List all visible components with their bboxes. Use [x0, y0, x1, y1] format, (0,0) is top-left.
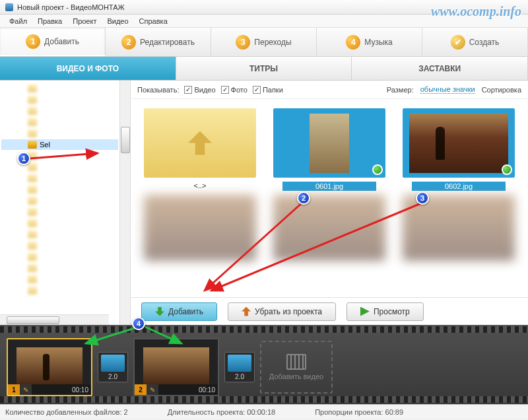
folder-tree: Sel — [0, 81, 131, 325]
statusbar: Количество добавленных файлов: 2 Длитель… — [0, 404, 528, 419]
size-link[interactable]: обычные значки — [420, 85, 475, 94]
up-arrow-icon — [188, 131, 212, 155]
folder-icon — [28, 141, 37, 149]
subtab-intros[interactable]: ЗАСТАВКИ — [352, 57, 528, 81]
sort-link[interactable]: Сортировка — [482, 86, 521, 94]
timeline[interactable]: 1 ✎ 00:10 2.0 2 ✎ 00:10 2.0 Добавить вид… — [0, 325, 528, 404]
window-title: Новый проект - ВидеоМОНТАЖ — [17, 3, 125, 11]
step-num-2: 2 — [121, 35, 136, 50]
check-icon — [502, 164, 512, 175]
app-icon — [5, 3, 13, 11]
timeline-clip-1[interactable]: 1 ✎ 00:10 — [7, 338, 92, 396]
show-label: Показывать: — [137, 86, 179, 94]
menu-file[interactable]: Файл — [4, 16, 32, 26]
menu-edit[interactable]: Правка — [32, 16, 67, 26]
chk-video[interactable]: ✓Видео — [184, 86, 215, 94]
add-button[interactable]: Добавить — [141, 302, 217, 321]
menu-video[interactable]: Видео — [102, 16, 133, 26]
check-icon — [372, 164, 383, 175]
play-icon — [360, 307, 370, 316]
status-duration: Длительность проекта: 00:00:18 — [168, 408, 276, 416]
timeline-clip-2[interactable]: 2 ✎ 00:10 — [133, 338, 219, 396]
film-icon — [286, 354, 306, 370]
step-create[interactable]: ✔ Создать — [422, 28, 528, 56]
tree-list[interactable]: Sel — [0, 81, 119, 325]
step-num-3: 3 — [236, 35, 250, 50]
status-files: Количество добавленных файлов: 2 — [5, 408, 128, 416]
step-edit[interactable]: 2 Редактировать — [106, 28, 211, 56]
annotation-marker-1: 1 — [17, 152, 30, 165]
arrow-up-icon — [242, 307, 251, 316]
transition-1[interactable]: 2.0 — [98, 352, 128, 382]
step-music[interactable]: 4 Музыка — [317, 28, 422, 56]
subtab-video-photo[interactable]: ВИДЕО И ФОТО — [0, 57, 176, 81]
step-transitions[interactable]: 3 Переходы — [211, 28, 317, 56]
subtabs: ВИДЕО И ФОТО ТИТРЫ ЗАСТАВКИ — [0, 57, 528, 81]
annotation-marker-3: 3 — [416, 192, 429, 205]
step-num-4: 4 — [346, 35, 360, 50]
preview-button[interactable]: Просмотр — [346, 302, 424, 321]
transition-2[interactable]: 2.0 — [224, 352, 255, 382]
chk-folders[interactable]: ✓Папки — [253, 86, 283, 94]
step-num-5: ✔ — [451, 35, 465, 50]
remove-button[interactable]: Убрать из проекта — [228, 302, 336, 321]
add-video-placeholder[interactable]: Добавить видео — [260, 341, 333, 394]
pencil-icon[interactable]: ✎ — [20, 384, 32, 395]
tree-vscroll[interactable] — [119, 81, 130, 325]
workarea: Sel Показывать: ✓Видео ✓Фото ✓Папки Разм… — [0, 81, 528, 325]
watermark: www.ocomp.info — [431, 4, 521, 19]
step-tabs: 1 Добавить 2 Редактировать 3 Переходы 4 … — [0, 28, 528, 57]
chk-photo[interactable]: ✓Фото — [221, 86, 248, 94]
file-browser: Показывать: ✓Видео ✓Фото ✓Папки Размер: … — [131, 81, 528, 325]
annotation-marker-4: 4 — [132, 317, 145, 330]
action-bar: Добавить Убрать из проекта Просмотр — [131, 297, 528, 325]
menu-project[interactable]: Проект — [67, 16, 102, 26]
arrow-down-icon — [155, 307, 164, 316]
size-label: Размер: — [387, 86, 414, 94]
annotation-marker-2: 2 — [297, 192, 310, 205]
subtab-titles[interactable]: ТИТРЫ — [176, 57, 352, 81]
filter-bar: Показывать: ✓Видео ✓Фото ✓Папки Размер: … — [131, 81, 528, 99]
status-ratio: Пропорции проекта: 60:89 — [315, 408, 403, 416]
thumbnail-grid: <..> 0601.jpg 0602.jpg — [131, 99, 528, 297]
step-add[interactable]: 1 Добавить — [0, 28, 106, 56]
tree-hscroll[interactable] — [0, 314, 109, 325]
pencil-icon[interactable]: ✎ — [147, 384, 158, 395]
step-num-1: 1 — [26, 34, 40, 49]
menu-help[interactable]: Справка — [134, 16, 173, 26]
tree-item-selected[interactable]: Sel — [1, 139, 118, 150]
